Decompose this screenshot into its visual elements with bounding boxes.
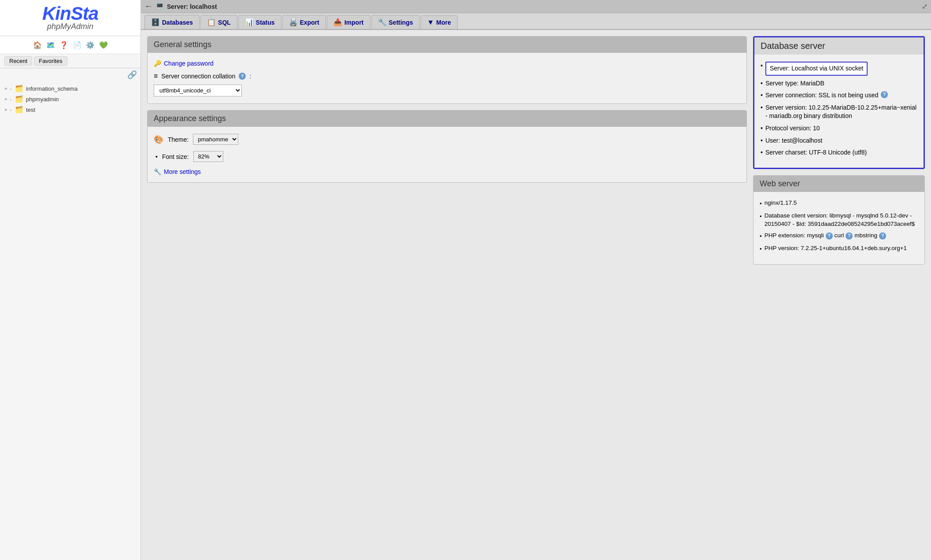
tab-import[interactable]: 📥 Import [327, 15, 370, 29]
main-panel: ← 🖥️ Server: localhost ⤢ 🗄️ Databases 📋 … [141, 0, 931, 560]
db-name[interactable]: test [26, 107, 35, 113]
server-item-protocol: • Protocol version: 10 [761, 124, 917, 133]
appearance-settings-card: Appearance settings 🎨 Theme: pmahomme or… [147, 110, 747, 183]
left-column: General settings 🔑 Change password ≡ Ser… [147, 36, 747, 554]
mbstring-help-icon[interactable]: ? [879, 232, 886, 239]
change-password-label: Change password [164, 60, 214, 67]
titlebar: ← 🖥️ Server: localhost ⤢ [141, 0, 931, 13]
appearance-settings-body: 🎨 Theme: pmahomme original metro • Font … [148, 127, 746, 182]
collapse-icon[interactable]: - [9, 86, 12, 91]
settings-nav-icon: 🔧 [378, 18, 387, 26]
key-icon: 🔑 [154, 60, 161, 67]
general-settings-body: 🔑 Change password ≡ Server connection co… [148, 53, 746, 103]
server-version-value: Server version: 10.2.25-MariaDB-10.2.25+… [765, 103, 917, 121]
database-server-card: Database server • Server: Localhost via … [753, 36, 925, 169]
export-icon: 🖨️ [289, 18, 298, 26]
more-dropdown-icon: ▼ [427, 18, 434, 26]
back-button[interactable]: ← [144, 2, 152, 11]
server-item-connection: • Server connection: SSL is not being us… [761, 91, 917, 100]
databases-icon: 🗄️ [151, 18, 160, 26]
expand-controls: + - [4, 86, 12, 91]
tab-status-label: Status [256, 19, 275, 26]
list-item: • PHP version: 7.2.25-1+ubuntu16.04.1+de… [760, 244, 918, 254]
more-settings-icon: 🔧 [154, 168, 161, 175]
bullet: • [761, 136, 763, 145]
more-settings-link[interactable]: 🔧 More settings [154, 168, 740, 175]
list-item[interactable]: + - 🗂️ phpmyadmin [0, 94, 140, 104]
theme-select[interactable]: pmahomme original metro [193, 134, 238, 145]
curl-help-icon[interactable]: ? [846, 232, 853, 239]
server-protocol-value: Protocol version: 10 [765, 124, 820, 133]
home-icon[interactable]: 🏠 [32, 40, 43, 50]
doc-icon[interactable]: 📄 [72, 40, 82, 50]
tab-status[interactable]: 📊 Status [238, 15, 281, 29]
mysqli-help-icon[interactable]: ? [826, 232, 833, 239]
general-settings-header: General settings [148, 37, 746, 53]
server-item-user: • User: test@localhost [761, 136, 917, 145]
expand-icon[interactable]: + [4, 107, 8, 112]
page-title: Server: localhost [167, 3, 217, 10]
expand-controls: + - [4, 96, 12, 102]
font-size-label: Font size: [162, 153, 189, 160]
sidebar: KinSta phpMyAdmin 🏠 🗺️ ❓ 📄 ⚙️ 💚 Recent F… [0, 0, 141, 560]
php-curl-label: curl [835, 232, 844, 240]
list-item: • PHP extension: mysqli ? curl ? mbstrin… [760, 232, 918, 241]
appearance-settings-header: Appearance settings [148, 111, 746, 127]
font-size-select[interactable]: 72% 82% 92% 100% [193, 151, 223, 162]
list-item: • nginx/1.17.5 [760, 199, 918, 208]
nginx-version: nginx/1.17.5 [765, 199, 797, 207]
collapse-icon[interactable]: - [9, 96, 12, 102]
db-name[interactable]: information_schema [26, 85, 78, 92]
bullet: • [761, 91, 763, 100]
collation-label: Server connection collation [161, 73, 235, 80]
database-server-header: Database server [754, 37, 924, 55]
green-icon[interactable]: 💚 [98, 40, 109, 50]
recent-tab[interactable]: Recent [4, 56, 32, 66]
tab-databases-label: Databases [162, 19, 193, 26]
kinsta-logo: KinSta [7, 4, 134, 23]
bullet: • [761, 124, 763, 133]
theme-label: Theme: [168, 136, 188, 143]
server-user-value: User: test@localhost [765, 136, 822, 145]
tab-more[interactable]: ▼ More [421, 15, 458, 29]
window-controls[interactable]: ⤢ [922, 2, 927, 11]
favorites-tab[interactable]: Favorites [34, 56, 67, 66]
status-icon: 📊 [245, 18, 254, 26]
collation-help-icon[interactable]: ? [239, 73, 246, 80]
db-icon: 🗂️ [15, 85, 23, 92]
collation-row: ≡ Server connection collation ? : [154, 72, 740, 80]
bullet: • [760, 232, 762, 241]
database-server-body: • Server: Localhost via UNIX socket • Se… [754, 55, 924, 168]
connection-help-icon[interactable]: ? [881, 91, 888, 98]
tab-sql[interactable]: 📋 SQL [200, 15, 237, 29]
sidebar-actions: 🔗 [0, 68, 140, 81]
link-button[interactable]: 🔗 [127, 70, 137, 80]
logo-area: KinSta phpMyAdmin [0, 0, 140, 36]
nav-tabs: 🗄️ Databases 📋 SQL 📊 Status 🖨️ Export 📥 … [141, 13, 931, 30]
collapse-icon[interactable]: - [9, 107, 12, 112]
settings-icon[interactable]: ⚙️ [85, 40, 96, 50]
content-area: General settings 🔑 Change password ≡ Ser… [141, 30, 931, 560]
db-client-version: Database client version: libmysql - mysq… [765, 212, 918, 228]
tab-export-label: Export [300, 19, 319, 26]
list-item[interactable]: + - 🗂️ test [0, 104, 140, 115]
expand-icon[interactable]: + [4, 86, 8, 91]
bullet: • [761, 148, 763, 157]
tab-databases[interactable]: 🗄️ Databases [144, 15, 200, 29]
map-icon[interactable]: 🗺️ [45, 40, 56, 50]
general-settings-card: General settings 🔑 Change password ≡ Ser… [147, 36, 747, 104]
db-name[interactable]: phpmyadmin [26, 96, 59, 103]
sidebar-tabs: Recent Favorites [0, 54, 140, 68]
collation-select[interactable]: utf8mb4_unicode_ci utf8_general_ci latin… [154, 85, 242, 96]
db-icon: 🗂️ [15, 106, 23, 114]
server-item-version: • Server version: 10.2.25-MariaDB-10.2.2… [761, 103, 917, 121]
web-server-card: Web server • nginx/1.17.5 • Database cli… [753, 175, 925, 265]
expand-icon[interactable]: + [4, 96, 8, 102]
php-extension-label: PHP extension: mysqli [765, 232, 824, 240]
tab-export[interactable]: 🖨️ Export [282, 15, 326, 29]
tab-settings[interactable]: 🔧 Settings [371, 15, 420, 29]
change-password-link[interactable]: 🔑 Change password [154, 60, 740, 67]
list-item[interactable]: + - 🗂️ information_schema [0, 83, 140, 94]
help-icon[interactable]: ❓ [59, 40, 69, 50]
bullet: • [761, 79, 763, 88]
